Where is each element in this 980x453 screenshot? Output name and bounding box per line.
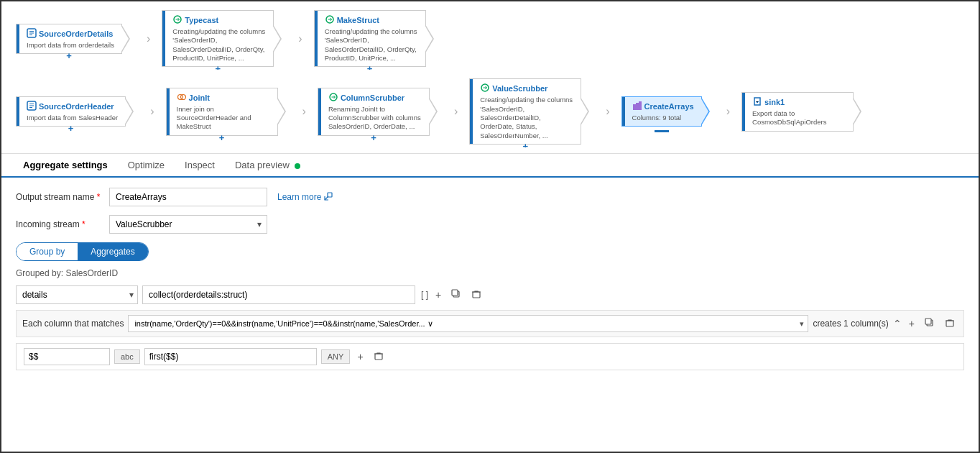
agg-column-select[interactable]: details: [16, 285, 138, 304]
transform-icon-3: [328, 92, 338, 104]
aggregate-row: details ▾ [ ] +: [16, 285, 964, 304]
settings-area: Output stream name * Learn more Incoming…: [1, 178, 979, 452]
aggregate-icon: [632, 101, 642, 112]
delete-agg-button[interactable]: [468, 287, 484, 303]
copy-agg-button[interactable]: [448, 287, 464, 303]
copy-each-col-button[interactable]: [922, 316, 938, 332]
each-col-expr-wrapper: ▾: [128, 315, 808, 332]
plus-after-source-order-header[interactable]: +: [65, 123, 77, 134]
tab-inspect[interactable]: Inspect: [175, 154, 225, 178]
arrow-4: ›: [291, 105, 318, 118]
pipeline-area: SourceOrderDetails Import data from orde…: [1, 1, 979, 153]
incoming-stream-select[interactable]: ValueScrubber: [109, 215, 267, 234]
incoming-stream-label: Incoming stream *: [16, 219, 109, 229]
data-preview-dot: [295, 163, 300, 169]
required-star: *: [97, 192, 101, 202]
incoming-stream-select-wrapper: ValueScrubber ▾: [109, 215, 267, 234]
svg-rect-18: [375, 354, 382, 360]
arrow-5: ›: [443, 105, 469, 118]
svg-rect-13: [452, 290, 458, 296]
source-icon: [27, 28, 37, 40]
selected-indicator: [655, 130, 669, 132]
each-col-prefix: Each column that matches: [22, 319, 124, 329]
delete-sub-button[interactable]: [371, 349, 387, 365]
external-link-icon: [324, 192, 333, 203]
svg-rect-16: [925, 319, 931, 324]
agg-expression-input[interactable]: [142, 285, 415, 304]
plus-after-source-order-details[interactable]: +: [63, 50, 75, 61]
add-sub-button[interactable]: +: [354, 349, 366, 365]
node-source-order-details[interactable]: SourceOrderDetails Import data from orde…: [16, 24, 122, 54]
node-make-struct[interactable]: MakeStruct Creating/updating the columns…: [314, 10, 426, 67]
grouped-by-label: Grouped by: SalesOrderID: [16, 268, 964, 278]
learn-more-link[interactable]: Learn more: [277, 192, 333, 203]
add-each-col-button[interactable]: +: [906, 316, 917, 331]
node-source-order-header[interactable]: SourceOrderHeader Import data from Sales…: [16, 96, 126, 127]
add-agg-button[interactable]: +: [433, 287, 444, 303]
output-stream-row: Output stream name * Learn more: [16, 188, 964, 206]
main-container: SourceOrderDetails Import data from orde…: [0, 0, 980, 453]
pipeline-row-2: SourceOrderHeader Import data from Sales…: [10, 76, 970, 147]
aggregates-button[interactable]: Aggregates: [78, 243, 147, 260]
node-sink1[interactable]: sink1 Export data to CosmosDbSqlApiOrder…: [741, 92, 854, 132]
arrow-2: ›: [287, 32, 313, 45]
agg-column-select-wrapper: details ▾: [16, 285, 138, 304]
source-icon-2: [27, 101, 37, 112]
sub-row: abc ANY +: [24, 348, 956, 365]
tab-aggregate-settings[interactable]: Aggregate settings: [13, 154, 118, 178]
sink-icon: [752, 96, 762, 108]
pipeline-row-1: SourceOrderDetails Import data from orde…: [10, 7, 970, 70]
toggle-group: Group by Aggregates: [16, 242, 149, 261]
delete-each-col-button[interactable]: [942, 316, 958, 332]
sub-type-badge-1: abc: [114, 349, 140, 364]
node-join-it[interactable]: JoinIt Inner join on SourceOrderHeader a…: [166, 88, 278, 136]
tabs-bar: Aggregate settings Optimize Inspect Data…: [1, 153, 979, 178]
node-value-scrubber[interactable]: ValueScrubber Creating/updating the colu…: [469, 78, 581, 145]
tab-optimize[interactable]: Optimize: [118, 154, 175, 178]
plus-after-typecast[interactable]: +: [213, 63, 224, 70]
arrow-7: ›: [715, 105, 741, 118]
plus-after-value-scrubber[interactable]: +: [519, 141, 531, 147]
sub-input-2[interactable]: [144, 348, 317, 365]
sub-input-1[interactable]: [24, 348, 110, 365]
transform-icon-4: [480, 83, 490, 94]
plus-after-make-struct[interactable]: +: [364, 63, 376, 70]
svg-rect-17: [946, 321, 953, 326]
each-column-row: Each column that matches ▾ creates 1 col…: [16, 310, 964, 337]
svg-rect-10: [639, 101, 642, 110]
node-create-arrays[interactable]: CreateArrays Columns: 9 total: [621, 96, 702, 127]
group-by-button[interactable]: Group by: [17, 243, 78, 260]
transform-icon-2: [325, 14, 335, 26]
output-stream-label: Output stream name *: [16, 192, 109, 202]
svg-rect-8: [633, 104, 636, 110]
creates-label: creates 1 column(s): [813, 319, 888, 329]
arrow-1: ›: [135, 32, 162, 45]
node-typecast[interactable]: Typecast Creating/updating the columns '…: [162, 10, 274, 67]
required-star-2: *: [82, 219, 85, 229]
plus-after-join-it[interactable]: +: [216, 132, 228, 143]
each-col-expr-input[interactable]: [128, 315, 808, 332]
svg-rect-9: [636, 103, 639, 110]
sub-row-container: abc ANY +: [16, 343, 964, 370]
incoming-stream-row: Incoming stream * ValueScrubber ▾: [16, 215, 964, 234]
bracket-label: [ ]: [421, 290, 428, 300]
node-column-scrubber[interactable]: ColumnScrubber Renaming JoinIt to Column…: [318, 88, 430, 136]
plus-after-column-scrubber[interactable]: +: [368, 132, 379, 143]
arrow-3: ›: [139, 105, 165, 118]
arrow-6: ›: [594, 105, 621, 118]
tab-data-preview[interactable]: Data preview: [225, 154, 311, 178]
join-icon: [177, 92, 187, 104]
sub-type-badge-2: ANY: [321, 349, 351, 364]
transform-icon: [172, 14, 182, 26]
svg-rect-14: [473, 292, 480, 298]
output-stream-input[interactable]: [109, 188, 267, 206]
collapse-button[interactable]: ⌃: [893, 318, 902, 329]
